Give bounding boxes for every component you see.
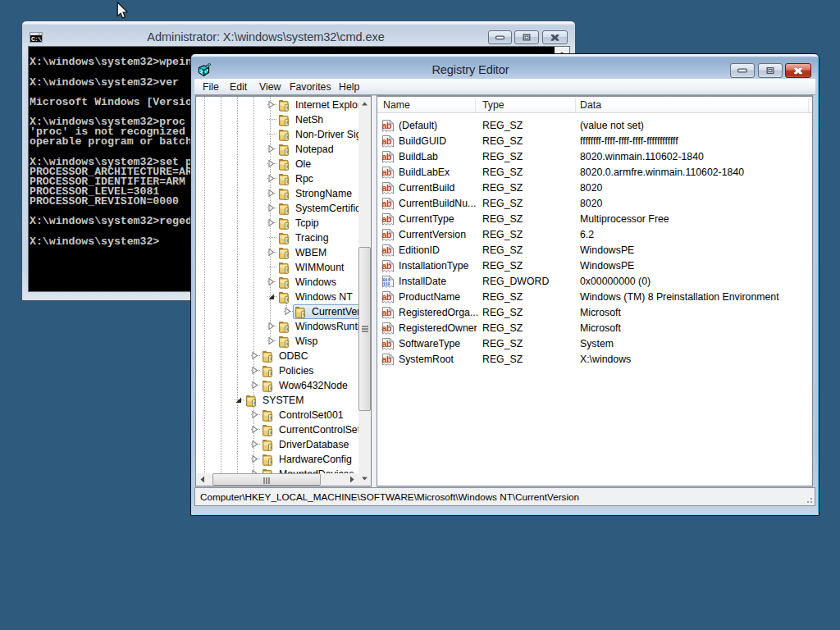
svg-text:ab: ab: [382, 339, 391, 349]
svg-text:ab: ab: [382, 245, 391, 255]
svg-text:ab: ab: [382, 323, 391, 333]
svg-text:ab: ab: [382, 308, 391, 317]
svg-text:ab: ab: [382, 152, 391, 162]
svg-text:ab: ab: [382, 167, 391, 177]
svg-text:ab: ab: [382, 261, 391, 271]
svg-text:ab: ab: [382, 121, 391, 130]
svg-text:110: 110: [382, 281, 390, 287]
svg-text:ab: ab: [382, 214, 391, 224]
svg-text:ab: ab: [382, 183, 391, 193]
svg-text:ab: ab: [382, 199, 391, 208]
svg-text:ab: ab: [382, 354, 391, 364]
svg-text:ab: ab: [382, 136, 391, 146]
svg-text:ab: ab: [382, 292, 391, 302]
svg-text:ab: ab: [382, 230, 391, 240]
